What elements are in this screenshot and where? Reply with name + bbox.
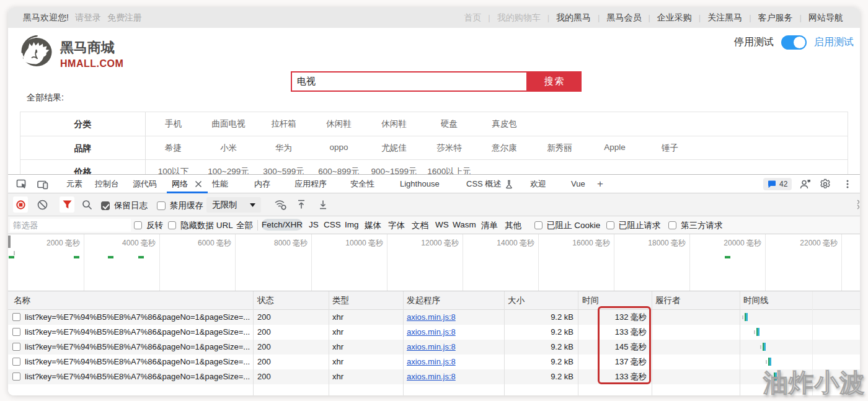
third-party-checkbox[interactable] [668,221,676,229]
category-option[interactable]: 硬盘 [422,118,477,130]
column-divider[interactable] [329,291,329,395]
tab-close-icon[interactable] [194,180,203,188]
request-name[interactable]: list?key=%E7%94%B5%E8%A7%86&pageNo=1&pag… [25,369,252,384]
tab-css-overview[interactable]: CSS 概述 [466,175,501,193]
category-option[interactable]: 曲面电视 [201,118,256,130]
topnav-home[interactable]: 首页 [457,12,488,24]
brand-option[interactable]: Apple [587,143,642,154]
throttling-dropdown[interactable]: 无限制 [206,197,261,213]
tab-network[interactable]: 网络 [172,175,188,193]
type-chip-font[interactable]: 字体 [385,219,408,232]
overview-left-handle[interactable] [8,236,11,248]
tab-security[interactable]: 安全性 [350,175,374,193]
enable-test-label[interactable]: 启用测试 [814,36,854,49]
type-chip-img[interactable]: Img [342,219,362,231]
waterfall-bar[interactable] [766,358,773,366]
waterfall-bar[interactable] [742,313,750,321]
topnav-member[interactable]: 黑马会员 [600,12,648,24]
col-header-type[interactable]: 类型 [332,291,349,310]
issues-counter[interactable]: 42 [763,178,792,190]
tab-welcome[interactable]: 欢迎 [530,175,546,193]
brand-option[interactable]: 锤子 [642,143,698,154]
device-toolbar-icon[interactable] [37,178,49,190]
invert-checkbox[interactable] [134,221,142,229]
record-button[interactable] [13,196,28,213]
request-name[interactable]: list?key=%E7%94%B5%E8%A7%86&pageNo=1&pag… [25,325,252,340]
clear-button[interactable] [37,200,48,210]
import-har-icon[interactable] [296,199,307,210]
search-input[interactable] [291,71,528,92]
brand-option[interactable]: 意尔康 [477,143,532,154]
feedback-person-icon[interactable] [800,178,812,191]
tab-lighthouse[interactable]: Lighthouse [400,175,440,193]
row-checkbox[interactable] [12,343,20,351]
waterfall-bar[interactable] [760,343,768,351]
brand-option[interactable]: 莎米特 [422,143,477,154]
price-option[interactable]: 1600以上元 [422,166,477,175]
type-chip-fetch-xhr[interactable]: Fetch/XHR [262,219,303,231]
register-link[interactable]: 免费注册 [107,12,142,24]
waterfall-bar[interactable] [754,328,761,336]
tab-elements[interactable]: 元素 [66,175,82,193]
request-row[interactable]: list?key=%E7%94%B5%E8%A7%86&pageNo=1&pag… [8,325,860,340]
blocked-requests-checkbox[interactable] [606,221,614,229]
brand-option[interactable]: 新秀丽 [532,143,587,154]
hide-data-urls-checkbox[interactable] [168,221,176,229]
tab-application[interactable]: 应用程序 [294,175,327,193]
column-divider[interactable] [578,291,578,395]
filter-button[interactable] [60,196,74,213]
request-row[interactable]: list?key=%E7%94%B5%E8%A7%86&pageNo=1&pag… [8,340,860,355]
request-row[interactable]: list?key=%E7%94%B5%E8%A7%86&pageNo=1&pag… [8,310,860,325]
tab-performance[interactable]: 性能 [212,175,228,193]
row-checkbox[interactable] [12,328,20,336]
row-checkbox[interactable] [12,313,20,321]
brand-option[interactable]: 小米 [201,143,256,154]
request-row[interactable]: list?key=%E7%94%B5%E8%A7%86&pageNo=1&pag… [8,369,860,384]
row-checkbox[interactable] [12,358,20,366]
col-header-size[interactable]: 大小 [508,291,525,310]
type-chip-js[interactable]: JS [306,219,322,231]
tab-memory[interactable]: 内存 [254,175,270,193]
type-chip-manifest[interactable]: 清单 [478,219,501,232]
login-link[interactable]: 请登录 [75,12,101,24]
category-option[interactable]: 休闲鞋 [311,118,366,130]
col-header-status[interactable]: 状态 [257,291,274,310]
type-chip-doc[interactable]: 文档 [409,219,432,232]
request-filter-input[interactable] [10,219,131,232]
price-option[interactable]: 900~1599元 [366,166,422,175]
request-row[interactable]: list?key=%E7%94%B5%E8%A7%86&pageNo=1&pag… [8,355,860,369]
topnav-sitemap[interactable]: 网站导航 [802,12,850,24]
initiator-link[interactable]: axios.min.js:8 [407,372,456,381]
column-divider[interactable] [403,291,404,395]
initiator-link[interactable]: axios.min.js:8 [407,357,456,366]
more-options-icon[interactable] [843,178,852,191]
topnav-my-heima[interactable]: 我的黑马 [549,12,598,24]
price-option[interactable]: 100以下 [146,166,201,175]
col-header-name[interactable]: 名称 [14,291,30,310]
search-button[interactable]: 搜索 [528,71,582,92]
add-tab-button[interactable]: + [597,175,603,193]
category-option[interactable]: 拉杆箱 [256,118,311,130]
initiator-link[interactable]: axios.min.js:8 [407,342,456,351]
col-header-initiator[interactable]: 发起程序 [407,291,440,310]
settings-gear-icon[interactable] [820,178,832,191]
tab-vue[interactable]: Vue [571,175,585,193]
category-option[interactable]: 休闲鞋 [366,118,422,130]
price-option[interactable]: 600~899元 [311,166,366,175]
type-chip-css[interactable]: CSS [321,219,344,231]
type-chip-wasm[interactable]: Wasm [450,219,479,231]
topnav-enterprise[interactable]: 企业采购 [650,12,699,24]
col-header-waterfall[interactable]: 时间线 [743,291,769,310]
column-divider[interactable] [253,291,254,395]
brand-option[interactable]: oppo [311,143,366,154]
column-divider[interactable] [740,291,740,395]
col-header-time[interactable]: 时间 [582,291,599,310]
request-name[interactable]: list?key=%E7%94%B5%E8%A7%86&pageNo=1&pag… [25,355,252,369]
type-chip-ws[interactable]: WS [432,219,452,231]
topnav-service[interactable]: 客户服务 [751,12,800,24]
initiator-link[interactable]: axios.min.js:8 [407,312,456,322]
export-har-icon[interactable] [317,199,329,210]
topnav-follow[interactable]: 关注黑马 [701,12,749,24]
disable-cache-checkbox[interactable] [157,201,166,210]
type-chip-all[interactable]: 全部 [233,219,256,232]
